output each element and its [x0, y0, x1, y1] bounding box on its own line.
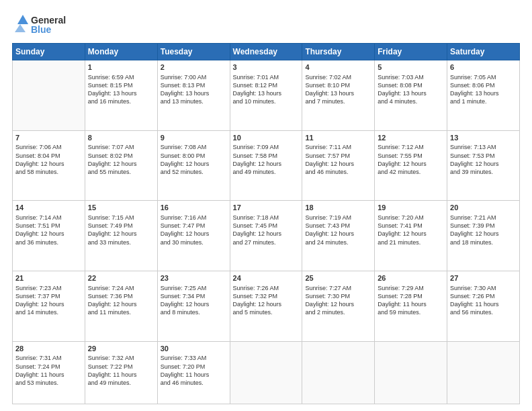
- day-info: Sunrise: 7:00 AM Sunset: 8:13 PM Dayligh…: [161, 73, 227, 106]
- calendar-cell: 10Sunrise: 7:09 AM Sunset: 7:58 PM Dayli…: [230, 130, 302, 201]
- calendar-table: SundayMondayTuesdayWednesdayThursdayFrid…: [12, 43, 520, 404]
- day-number: 12: [378, 133, 444, 143]
- day-info: Sunrise: 7:32 AM Sunset: 7:22 PM Dayligh…: [88, 354, 154, 387]
- calendar-cell: [302, 341, 375, 404]
- calendar-cell: 24Sunrise: 7:26 AM Sunset: 7:32 PM Dayli…: [230, 271, 302, 341]
- weekday-header-tuesday: Tuesday: [157, 44, 230, 60]
- day-info: Sunrise: 7:01 AM Sunset: 8:12 PM Dayligh…: [233, 73, 300, 106]
- day-number: 24: [233, 273, 300, 283]
- day-number: 21: [15, 273, 82, 283]
- calendar-cell: 21Sunrise: 7:23 AM Sunset: 7:37 PM Dayli…: [13, 271, 85, 341]
- day-number: 19: [378, 203, 444, 213]
- weekday-header-thursday: Thursday: [302, 44, 375, 60]
- day-info: Sunrise: 7:25 AM Sunset: 7:34 PM Dayligh…: [161, 284, 227, 317]
- day-info: Sunrise: 7:26 AM Sunset: 7:32 PM Dayligh…: [233, 284, 300, 317]
- day-info: Sunrise: 7:30 AM Sunset: 7:26 PM Dayligh…: [450, 284, 517, 317]
- calendar-cell: 6Sunrise: 7:05 AM Sunset: 8:06 PM Daylig…: [447, 60, 520, 131]
- calendar-cell: 7Sunrise: 7:06 AM Sunset: 8:04 PM Daylig…: [13, 130, 85, 201]
- day-number: 16: [161, 203, 227, 213]
- day-number: 23: [161, 273, 227, 283]
- calendar-cell: 22Sunrise: 7:24 AM Sunset: 7:36 PM Dayli…: [85, 271, 157, 341]
- logo: General Blue: [12, 12, 73, 36]
- day-info: Sunrise: 7:13 AM Sunset: 7:53 PM Dayligh…: [450, 143, 517, 176]
- weekday-header-saturday: Saturday: [447, 44, 520, 60]
- calendar-cell: 26Sunrise: 7:29 AM Sunset: 7:28 PM Dayli…: [375, 271, 447, 341]
- calendar-cell: 3Sunrise: 7:01 AM Sunset: 8:12 PM Daylig…: [230, 60, 302, 131]
- day-number: 6: [450, 62, 517, 73]
- day-number: 1: [88, 62, 154, 73]
- day-number: 4: [305, 62, 371, 73]
- day-number: 17: [233, 203, 300, 213]
- calendar-cell: 29Sunrise: 7:32 AM Sunset: 7:22 PM Dayli…: [85, 341, 157, 404]
- week-row-2: 7Sunrise: 7:06 AM Sunset: 8:04 PM Daylig…: [13, 130, 520, 201]
- day-number: 25: [305, 273, 371, 283]
- day-info: Sunrise: 7:15 AM Sunset: 7:49 PM Dayligh…: [88, 214, 154, 246]
- week-row-1: 1Sunrise: 6:59 AM Sunset: 8:15 PM Daylig…: [13, 60, 520, 131]
- calendar-cell: 4Sunrise: 7:02 AM Sunset: 8:10 PM Daylig…: [302, 60, 375, 131]
- calendar-cell: 27Sunrise: 7:30 AM Sunset: 7:26 PM Dayli…: [447, 271, 520, 341]
- day-info: Sunrise: 7:12 AM Sunset: 7:55 PM Dayligh…: [378, 143, 444, 176]
- day-number: 3: [233, 62, 300, 73]
- weekday-header-wednesday: Wednesday: [230, 44, 302, 60]
- day-info: Sunrise: 7:16 AM Sunset: 7:47 PM Dayligh…: [161, 214, 227, 246]
- day-number: 10: [233, 133, 300, 143]
- day-info: Sunrise: 7:11 AM Sunset: 7:57 PM Dayligh…: [305, 143, 371, 176]
- day-info: Sunrise: 6:59 AM Sunset: 8:15 PM Dayligh…: [88, 73, 154, 106]
- calendar-cell: 18Sunrise: 7:19 AM Sunset: 7:43 PM Dayli…: [302, 201, 375, 271]
- calendar-cell: 12Sunrise: 7:12 AM Sunset: 7:55 PM Dayli…: [375, 130, 447, 201]
- day-info: Sunrise: 7:18 AM Sunset: 7:45 PM Dayligh…: [233, 214, 300, 246]
- weekday-header-sunday: Sunday: [13, 44, 85, 60]
- calendar-cell: [375, 341, 447, 404]
- svg-marker-2: [17, 15, 28, 24]
- day-info: Sunrise: 7:19 AM Sunset: 7:43 PM Dayligh…: [305, 214, 371, 246]
- calendar-cell: 2Sunrise: 7:00 AM Sunset: 8:13 PM Daylig…: [157, 60, 230, 131]
- calendar-cell: 15Sunrise: 7:15 AM Sunset: 7:49 PM Dayli…: [85, 201, 157, 271]
- week-row-4: 21Sunrise: 7:23 AM Sunset: 7:37 PM Dayli…: [13, 271, 520, 341]
- calendar-cell: 30Sunrise: 7:33 AM Sunset: 7:20 PM Dayli…: [157, 341, 230, 404]
- calendar-cell: 11Sunrise: 7:11 AM Sunset: 7:57 PM Dayli…: [302, 130, 375, 201]
- weekday-header-friday: Friday: [375, 44, 447, 60]
- svg-marker-3: [15, 24, 26, 32]
- day-number: 7: [15, 133, 82, 143]
- day-info: Sunrise: 7:21 AM Sunset: 7:39 PM Dayligh…: [450, 214, 517, 246]
- day-info: Sunrise: 7:03 AM Sunset: 8:08 PM Dayligh…: [378, 73, 444, 106]
- calendar-cell: 13Sunrise: 7:13 AM Sunset: 7:53 PM Dayli…: [447, 130, 520, 201]
- weekday-header-row: SundayMondayTuesdayWednesdayThursdayFrid…: [13, 44, 520, 60]
- weekday-header-monday: Monday: [85, 44, 157, 60]
- day-info: Sunrise: 7:29 AM Sunset: 7:28 PM Dayligh…: [378, 284, 444, 317]
- day-number: 26: [378, 273, 444, 283]
- calendar-cell: 1Sunrise: 6:59 AM Sunset: 8:15 PM Daylig…: [85, 60, 157, 131]
- calendar-cell: 25Sunrise: 7:27 AM Sunset: 7:30 PM Dayli…: [302, 271, 375, 341]
- day-number: 28: [15, 344, 82, 354]
- calendar-cell: 23Sunrise: 7:25 AM Sunset: 7:34 PM Dayli…: [157, 271, 230, 341]
- page: General Blue SundayMondayTuesdayWednesda…: [0, 0, 532, 411]
- calendar-cell: 17Sunrise: 7:18 AM Sunset: 7:45 PM Dayli…: [230, 201, 302, 271]
- calendar-cell: 19Sunrise: 7:20 AM Sunset: 7:41 PM Dayli…: [375, 201, 447, 271]
- day-number: 18: [305, 203, 371, 213]
- day-number: 14: [15, 203, 82, 213]
- day-number: 13: [450, 133, 517, 143]
- day-number: 15: [88, 203, 154, 213]
- calendar-cell: [230, 341, 302, 404]
- day-info: Sunrise: 7:07 AM Sunset: 8:02 PM Dayligh…: [88, 143, 154, 176]
- svg-text:Blue: Blue: [31, 24, 52, 35]
- logo-svg: General Blue: [12, 12, 73, 36]
- day-info: Sunrise: 7:14 AM Sunset: 7:51 PM Dayligh…: [15, 214, 82, 246]
- calendar-cell: 20Sunrise: 7:21 AM Sunset: 7:39 PM Dayli…: [447, 201, 520, 271]
- week-row-5: 28Sunrise: 7:31 AM Sunset: 7:24 PM Dayli…: [13, 341, 520, 404]
- day-info: Sunrise: 7:27 AM Sunset: 7:30 PM Dayligh…: [305, 284, 371, 317]
- week-row-3: 14Sunrise: 7:14 AM Sunset: 7:51 PM Dayli…: [13, 201, 520, 271]
- calendar-cell: 28Sunrise: 7:31 AM Sunset: 7:24 PM Dayli…: [13, 341, 85, 404]
- day-info: Sunrise: 7:05 AM Sunset: 8:06 PM Dayligh…: [450, 73, 517, 106]
- day-info: Sunrise: 7:23 AM Sunset: 7:37 PM Dayligh…: [15, 284, 82, 317]
- day-number: 29: [88, 344, 154, 354]
- day-info: Sunrise: 7:20 AM Sunset: 7:41 PM Dayligh…: [378, 214, 444, 246]
- day-number: 9: [161, 133, 227, 143]
- day-number: 22: [88, 273, 154, 283]
- day-info: Sunrise: 7:24 AM Sunset: 7:36 PM Dayligh…: [88, 284, 154, 317]
- calendar-cell: [447, 341, 520, 404]
- day-info: Sunrise: 7:09 AM Sunset: 7:58 PM Dayligh…: [233, 143, 300, 176]
- day-info: Sunrise: 7:33 AM Sunset: 7:20 PM Dayligh…: [161, 354, 227, 387]
- day-number: 30: [161, 344, 227, 354]
- day-info: Sunrise: 7:06 AM Sunset: 8:04 PM Dayligh…: [15, 143, 82, 176]
